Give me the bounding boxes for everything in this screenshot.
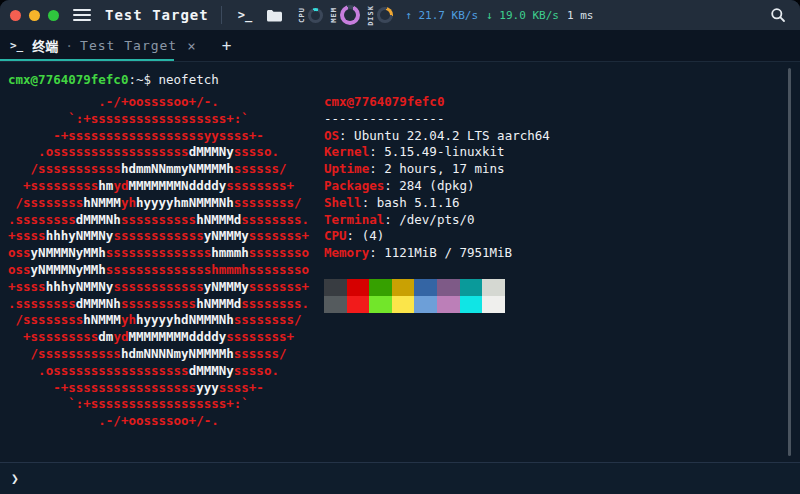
terminal-window: Test Target >_ CPU MEM DISK ↑ 21.7 KB/s … — [0, 0, 800, 494]
prompt-user-host: cmx@7764079fefc0 — [8, 72, 128, 87]
folder-icon[interactable] — [266, 9, 283, 22]
tab-close-icon[interactable]: × — [187, 38, 195, 54]
neofetch-ascii-logo: .-/+oossssoo+/-. `:+ssssssssssssssssss+:… — [8, 94, 309, 430]
maximize-window-button[interactable] — [48, 10, 59, 21]
mem-gauge: MEM — [331, 5, 360, 25]
tab-separator-dot: · — [65, 38, 73, 53]
disk-gauge: DISK — [368, 5, 393, 26]
cpu-gauge: CPU — [299, 7, 323, 23]
menu-icon[interactable] — [73, 9, 91, 21]
new-tab-button[interactable]: + — [222, 36, 232, 55]
bottom-command-bar: ❯ — [0, 462, 800, 494]
terminal-output-area[interactable]: cmx@7764079fefc0:~$ neofetch .-/+oosssso… — [0, 62, 800, 462]
tab-title: Test Target — [80, 38, 177, 53]
minimize-window-button[interactable] — [29, 10, 40, 21]
cpu-gauge-label: CPU — [299, 7, 306, 23]
active-tab-indicator — [0, 59, 174, 61]
disk-gauge-ring — [377, 7, 393, 23]
prompt-command: neofetch — [159, 72, 219, 87]
tab-bar: >_ 终端 · Test Target × + — [0, 30, 800, 62]
close-window-button[interactable] — [10, 10, 21, 21]
mem-gauge-ring — [340, 5, 360, 25]
tab-terminal-test-target[interactable]: >_ 终端 · Test Target × — [0, 30, 206, 61]
network-upload-stat: ↑ 21.7 KB/s — [405, 9, 478, 22]
search-icon[interactable] — [770, 7, 786, 23]
latency-stat: 1 ms — [567, 9, 594, 22]
tab-group-label: 终端 — [32, 36, 58, 55]
scrollbar-thumb[interactable] — [788, 68, 791, 456]
title-bar: Test Target >_ CPU MEM DISK ↑ 21.7 KB/s … — [0, 0, 800, 30]
terminal-color-palette — [324, 279, 505, 313]
prompt-icon: >_ — [10, 39, 23, 52]
toolbar-divider — [221, 6, 222, 24]
prompt-path: :~$ — [128, 72, 151, 87]
cpu-gauge-ring — [308, 8, 323, 23]
network-download-stat: ↓ 19.0 KB/s — [486, 9, 559, 22]
terminal-icon[interactable]: >_ — [232, 8, 258, 22]
window-title: Test Target — [105, 7, 209, 23]
shell-prompt-line: cmx@7764079fefc0:~$ neofetch — [8, 72, 219, 89]
expand-chevron-icon[interactable]: ❯ — [11, 471, 19, 486]
neofetch-system-info: cmx@7764079fefc0----------------OS: Ubun… — [324, 94, 550, 262]
mem-gauge-label: MEM — [331, 7, 338, 23]
disk-gauge-label: DISK — [368, 5, 375, 26]
traffic-lights — [10, 10, 59, 21]
